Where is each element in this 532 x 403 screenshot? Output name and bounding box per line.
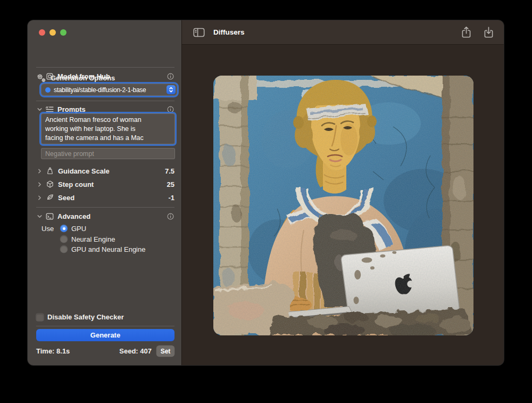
radio-neural-engine[interactable]: [60, 235, 68, 243]
compute-unit-option-neural-engine: Neural Engine: [41, 234, 115, 244]
model-select[interactable]: stabilityai/stable-diffusion-2-1-base: [41, 84, 177, 96]
seed-row[interactable]: Seed -1: [36, 192, 174, 203]
radio-gpu-and-neural-engine-label: GPU and Neural Engine: [71, 245, 145, 253]
divider: [36, 326, 174, 326]
zoom-button[interactable]: [60, 29, 66, 36]
window-title: Diffusers: [213, 28, 245, 36]
prompt-line: working with her laptop. She is: [45, 125, 171, 134]
stepper-icon[interactable]: [167, 85, 176, 94]
chevron-down-icon[interactable]: [36, 106, 44, 113]
save-image-icon[interactable]: [483, 26, 495, 39]
model-section-header[interactable]: Model from Hub: [36, 71, 174, 81]
negative-prompt-placeholder: Negative prompt: [45, 150, 94, 158]
main-area: Diffusers: [181, 20, 504, 365]
leaf-icon: [46, 193, 54, 202]
divider: [36, 207, 174, 208]
text-quote-icon: [45, 105, 54, 114]
seed-value: -1: [168, 194, 174, 202]
chevron-right-icon[interactable]: [36, 168, 44, 175]
prompts-section-header[interactable]: Prompts: [36, 104, 174, 114]
divider: [36, 67, 174, 68]
sidebar-footer: Time: 8.1s Seed: 407 Set: [36, 345, 174, 357]
radio-gpu[interactable]: [60, 225, 68, 232]
share-icon[interactable]: [460, 26, 472, 39]
use-label: Use: [41, 225, 60, 233]
disable-safety-checker-label: Disable Safety Checker: [47, 313, 124, 321]
scale-weight-icon: [46, 167, 54, 175]
radio-gpu-label: GPU: [71, 225, 86, 233]
titlebar-actions: [460, 26, 495, 39]
chevron-down-icon[interactable]: [36, 73, 44, 80]
step-count-value: 25: [167, 180, 174, 188]
sidebar-toggle-icon[interactable]: [193, 27, 205, 38]
info-icon[interactable]: [167, 72, 174, 80]
minimize-button[interactable]: [49, 29, 56, 36]
step-count-row[interactable]: Step count 25: [36, 179, 174, 190]
titlebar: Diffusers: [182, 20, 504, 45]
prompt-line: Ancient Roman fresco of woman: [45, 116, 171, 125]
radio-neural-engine-label: Neural Engine: [71, 235, 115, 243]
seed-label: Seed: [58, 194, 74, 202]
info-icon[interactable]: [167, 105, 174, 113]
disable-safety-checker-row: Disable Safety Checker: [36, 313, 124, 321]
radio-gpu-and-neural-engine[interactable]: [60, 245, 68, 253]
cpu-icon: [45, 72, 54, 81]
image-canvas: [182, 45, 504, 365]
advanced-section-header[interactable]: Advanced: [36, 211, 174, 221]
diffusers-window: Generation Options Model from Hub stabil…: [28, 20, 504, 365]
guidance-scale-row[interactable]: Guidance Scale 7.5: [36, 166, 174, 176]
compute-unit-option-gpu-and-neural-engine: GPU and Neural Engine: [41, 244, 145, 254]
disable-safety-checker-checkbox[interactable]: [36, 314, 44, 321]
chevron-right-icon[interactable]: [36, 194, 44, 201]
last-seed: Seed: 407: [119, 347, 152, 355]
terminal-icon: [45, 212, 54, 221]
window-controls: [39, 29, 66, 36]
generate-button[interactable]: Generate: [36, 329, 174, 341]
model-select-value: stabilityai/stable-diffusion-2-1-base: [54, 86, 167, 94]
model-status-dot: [45, 87, 51, 93]
generation-time: Time: 8.1s: [36, 347, 70, 355]
model-section-label: Model from Hub: [57, 72, 110, 80]
set-seed-button[interactable]: Set: [156, 346, 174, 357]
negative-prompt-input[interactable]: Negative prompt: [41, 148, 175, 159]
guidance-scale-label: Guidance Scale: [58, 167, 110, 175]
cube-icon: [46, 180, 54, 188]
chevron-down-icon[interactable]: [36, 213, 44, 220]
divider: [36, 101, 174, 101]
compute-unit-option-gpu: Use GPU: [41, 224, 86, 233]
sidebar: Generation Options Model from Hub stabil…: [28, 20, 181, 365]
info-icon[interactable]: [167, 212, 174, 220]
step-count-label: Step count: [58, 180, 94, 188]
close-button[interactable]: [39, 29, 45, 36]
generated-image: [213, 76, 473, 335]
advanced-section-label: Advanced: [57, 212, 90, 220]
prompts-section-label: Prompts: [57, 105, 86, 113]
chevron-right-icon[interactable]: [36, 181, 44, 188]
guidance-scale-value: 7.5: [165, 167, 174, 175]
prompt-input[interactable]: Ancient Roman fresco of woman working wi…: [41, 113, 175, 144]
prompt-line: facing the camera and has a Mac: [45, 134, 171, 143]
